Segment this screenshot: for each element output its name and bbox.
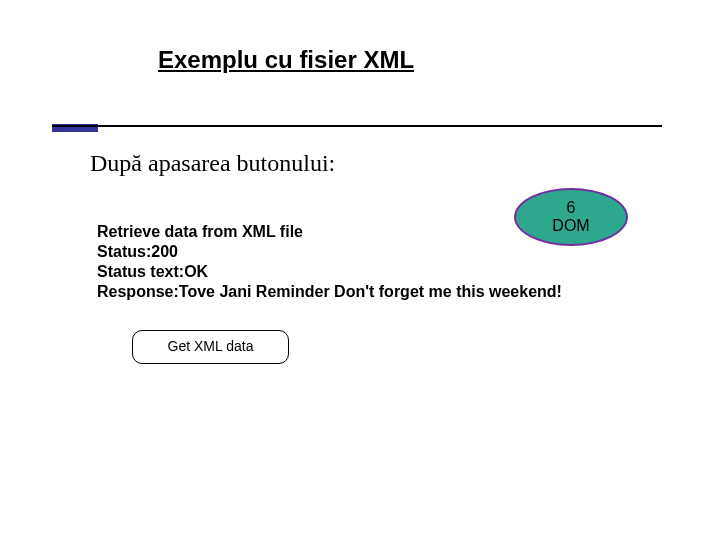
slide-title: Exemplu cu fisier XML [158, 46, 414, 74]
callout-number: 6 [567, 199, 576, 217]
status-line: Status:200 [97, 242, 562, 262]
get-xml-data-button[interactable]: Get XML data [132, 330, 289, 364]
divider-line [52, 125, 662, 127]
response-value: Tove Jani Reminder Don't forget me this … [179, 283, 562, 300]
response-label: Response: [97, 283, 179, 300]
slide-subtitle: După apasarea butonului: [90, 150, 335, 177]
response-heading: Retrieve data from XML file [97, 222, 562, 242]
response-line: Response:Tove Jani Reminder Don't forget… [97, 282, 562, 302]
status-value: 200 [151, 243, 178, 260]
status-label: Status: [97, 243, 151, 260]
status-text-value: OK [184, 263, 208, 280]
status-text-label: Status text: [97, 263, 184, 280]
status-text-line: Status text:OK [97, 262, 562, 282]
response-block: Retrieve data from XML file Status:200 S… [97, 222, 562, 302]
